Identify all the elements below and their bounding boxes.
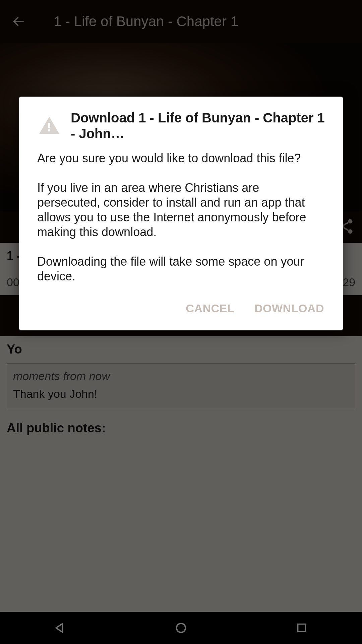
dialog-title: Download 1 - Life of Bunyan - Chapter 1 … bbox=[71, 110, 275, 142]
svg-rect-9 bbox=[48, 123, 50, 128]
dialog-body: Are you sure you would like to download … bbox=[37, 151, 275, 283]
download-dialog: Download 1 - Life of Bunyan - Chapter 1 … bbox=[19, 97, 275, 330]
cancel-button[interactable]: CANCEL bbox=[185, 299, 235, 318]
app-root: 1 - Life of Bunyan - Chapter 1 1 - 00 29… bbox=[0, 0, 275, 488]
warning-icon bbox=[37, 114, 61, 138]
dialog-actions: CANCEL DOWNLOAD bbox=[37, 296, 275, 324]
download-button[interactable]: DOWNLOAD bbox=[254, 299, 275, 318]
svg-rect-10 bbox=[48, 129, 50, 131]
dialog-header: Download 1 - Life of Bunyan - Chapter 1 … bbox=[37, 110, 275, 142]
